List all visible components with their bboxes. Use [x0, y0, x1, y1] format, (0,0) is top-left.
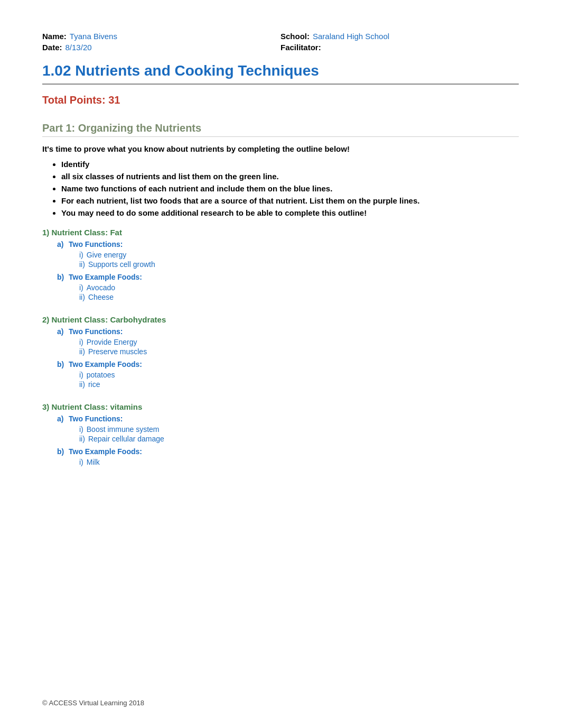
function-item: i)Provide Energy [79, 338, 519, 346]
nutrient-class-label: Nutrient Class: [52, 228, 108, 237]
doc-title: 1.02 Nutrients and Cooking Techniques [42, 62, 519, 85]
sub-b-foods: b)Two Example Foods:i)Avocadoii)Cheese [42, 273, 519, 302]
roman-numeral: i) [79, 251, 83, 259]
function-value: Repair cellular damage [88, 435, 164, 443]
function-value: Supports cell growth [88, 260, 155, 269]
bullet-item: Identify [61, 160, 519, 169]
food-item: i)Milk [79, 458, 519, 466]
roman-numeral: ii) [79, 435, 85, 443]
instructions: It's time to prove what you know about n… [42, 144, 519, 153]
food-value: rice [88, 380, 100, 389]
roman-numeral: ii) [79, 293, 85, 301]
sub-a-letter: a) [57, 327, 69, 336]
functions-label: Two Functions: [69, 240, 519, 248]
nutrient-class-line: 2) Nutrient Class: Carbohydrates [42, 315, 519, 324]
sub-b-letter: b) [57, 273, 69, 281]
sub-b-letter: b) [57, 447, 69, 456]
food-value: Avocado [87, 283, 115, 292]
nutrient-item: 3) Nutrient Class: vitaminsa)Two Functio… [42, 402, 519, 467]
sub-a-letter: a) [57, 240, 69, 248]
school-value: Saraland High School [313, 32, 389, 41]
function-item: ii)Supports cell growth [79, 260, 519, 269]
nutrient-class-line: 3) Nutrient Class: vitamins [42, 402, 519, 411]
nutrient-class-label: Nutrient Class: [52, 402, 108, 411]
date-label: Date: [42, 43, 62, 52]
roman-numeral: i) [79, 371, 83, 379]
sub-a-letter: a) [57, 414, 69, 423]
sub-a-functions: a)Two Functions:i)Boost immune systemii)… [42, 414, 519, 444]
function-item: i)Boost immune system [79, 425, 519, 434]
sub-b-content: Two Example Foods:i)potatoesii)rice [69, 360, 519, 390]
nutrient-item: 2) Nutrient Class: Carbohydratesa)Two Fu… [42, 315, 519, 390]
sub-b-foods: b)Two Example Foods:i)potatoesii)rice [42, 360, 519, 390]
function-value: Boost immune system [87, 425, 160, 434]
nutrient-class-line: 1) Nutrient Class: Fat [42, 228, 519, 237]
food-item: ii)rice [79, 380, 519, 389]
food-value: Milk [87, 458, 100, 466]
sub-b-content: Two Example Foods:i)Avocadoii)Cheese [69, 273, 519, 302]
bullet-list: Identifyall six classes of nutrients and… [42, 160, 519, 217]
foods-list: i)potatoesii)rice [69, 371, 519, 389]
school-label: School: [280, 32, 310, 41]
food-value: potatoes [87, 371, 115, 379]
nutrient-number: 1) [42, 228, 49, 237]
bullet-item: For each nutrient, list two foods that a… [61, 196, 519, 205]
food-value: Cheese [88, 293, 114, 301]
function-value: Provide Energy [87, 338, 137, 346]
roman-numeral: i) [79, 338, 83, 346]
functions-list: i)Boost immune systemii)Repair cellular … [69, 425, 519, 443]
header-left: Name: Tyana Bivens Date: 8/13/20 [42, 32, 280, 52]
sub-b-foods: b)Two Example Foods:i)Milk [42, 447, 519, 467]
food-item: ii)Cheese [79, 293, 519, 301]
roman-numeral: ii) [79, 347, 85, 356]
sub-a-functions: a)Two Functions:i)Provide Energyii)Prese… [42, 327, 519, 357]
nutrient-class-value: vitamins [110, 402, 142, 411]
roman-numeral: i) [79, 458, 83, 466]
nutrient-list: 1) Nutrient Class: Fata)Two Functions:i)… [42, 228, 519, 467]
bullet-item: Name two functions of each nutrient and … [61, 184, 519, 193]
roman-numeral: ii) [79, 380, 85, 389]
part1-title: Part 1: Organizing the Nutrients [42, 122, 519, 137]
document-header: Name: Tyana Bivens Date: 8/13/20 School:… [42, 32, 519, 52]
name-value: Tyana Bivens [70, 32, 117, 41]
nutrient-class-label: Nutrient Class: [52, 315, 108, 324]
sub-a-content: Two Functions:i)Give energyii)Supports c… [69, 240, 519, 270]
functions-label: Two Functions: [69, 327, 519, 336]
food-item: i)potatoes [79, 371, 519, 379]
foods-label: Two Example Foods: [69, 360, 519, 368]
footer: © ACCESS Virtual Learning 2018 [42, 699, 144, 707]
date-value: 8/13/20 [66, 43, 92, 52]
functions-label: Two Functions: [69, 414, 519, 423]
nutrient-class-value: Carbohydrates [110, 315, 166, 324]
bullet-item: You may need to do some additional resea… [61, 208, 519, 217]
sub-a-content: Two Functions:i)Provide Energyii)Preserv… [69, 327, 519, 357]
roman-numeral: i) [79, 425, 83, 434]
nutrient-class-value: Fat [110, 228, 122, 237]
functions-list: i)Give energyii)Supports cell growth [69, 251, 519, 269]
roman-numeral: ii) [79, 260, 85, 269]
food-item: i)Avocado [79, 283, 519, 292]
function-item: i)Give energy [79, 251, 519, 259]
sub-b-content: Two Example Foods:i)Milk [69, 447, 519, 467]
facilitator-label: Facilitator: [280, 43, 321, 52]
foods-list: i)Milk [69, 458, 519, 466]
total-points: Total Points: 31 [42, 94, 519, 106]
header-right: School: Saraland High School Facilitator… [280, 32, 519, 52]
sub-a-functions: a)Two Functions:i)Give energyii)Supports… [42, 240, 519, 270]
sub-a-content: Two Functions:i)Boost immune systemii)Re… [69, 414, 519, 444]
nutrient-number: 3) [42, 402, 49, 411]
bullet-item: all six classes of nutrients and list th… [61, 172, 519, 181]
function-value: Give energy [87, 251, 126, 259]
functions-list: i)Provide Energyii)Preserve muscles [69, 338, 519, 356]
foods-label: Two Example Foods: [69, 273, 519, 281]
name-label: Name: [42, 32, 67, 41]
sub-b-letter: b) [57, 360, 69, 368]
nutrient-number: 2) [42, 315, 49, 324]
foods-list: i)Avocadoii)Cheese [69, 283, 519, 301]
roman-numeral: i) [79, 283, 83, 292]
nutrient-item: 1) Nutrient Class: Fata)Two Functions:i)… [42, 228, 519, 302]
function-item: ii)Repair cellular damage [79, 435, 519, 443]
function-value: Preserve muscles [88, 347, 147, 356]
foods-label: Two Example Foods: [69, 447, 519, 456]
function-item: ii)Preserve muscles [79, 347, 519, 356]
